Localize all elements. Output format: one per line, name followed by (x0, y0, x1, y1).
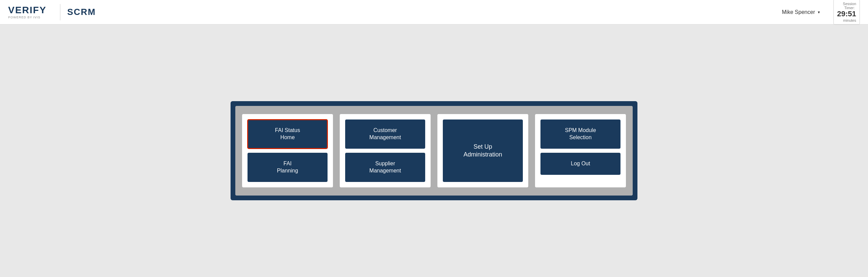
user-name: Mike Spencer (782, 9, 815, 15)
nav-card-fai: FAI StatusHome FAIPlanning (242, 114, 333, 187)
supplier-management-button[interactable]: SupplierManagement (345, 153, 425, 182)
logo-verify-text: VERIFY (8, 5, 46, 15)
logo-verify: VERIFY POWERED BY IVIS (8, 5, 46, 19)
header: VERIFY POWERED BY IVIS SCRM Mike Spencer… (0, 0, 868, 24)
log-out-button[interactable]: Log Out (540, 153, 620, 175)
session-timer-unit: minutes (843, 18, 856, 22)
session-timer: SessionTimer: 29:51 minutes (833, 0, 860, 25)
session-timer-label: SessionTimer: (843, 2, 856, 10)
nav-card-spm: SPM ModuleSelection Log Out (535, 114, 626, 187)
logo-area: VERIFY POWERED BY IVIS SCRM (8, 4, 96, 20)
user-menu[interactable]: Mike Spencer ▾ (782, 9, 820, 15)
nav-container: FAI StatusHome FAIPlanning CustomerManag… (231, 101, 637, 200)
nav-inner: FAI StatusHome FAIPlanning CustomerManag… (235, 106, 633, 195)
fai-status-home-button[interactable]: FAI StatusHome (248, 119, 328, 149)
nav-card-admin: Set UpAdministration (437, 114, 528, 187)
fai-planning-button[interactable]: FAIPlanning (248, 153, 328, 182)
main-content: FAI StatusHome FAIPlanning CustomerManag… (0, 24, 868, 277)
set-up-administration-button[interactable]: Set UpAdministration (443, 119, 523, 182)
logo-scrm: SCRM (67, 7, 96, 17)
nav-card-management: CustomerManagement SupplierManagement (340, 114, 431, 187)
session-timer-value: 29:51 (837, 10, 856, 18)
spm-module-selection-button[interactable]: SPM ModuleSelection (540, 119, 620, 149)
logo-divider (60, 4, 60, 20)
logo-verify-sub: POWERED BY IVIS (8, 16, 40, 19)
header-right: Mike Spencer ▾ SessionTimer: 29:51 minut… (782, 0, 860, 25)
chevron-down-icon: ▾ (818, 10, 820, 15)
customer-management-button[interactable]: CustomerManagement (345, 119, 425, 149)
